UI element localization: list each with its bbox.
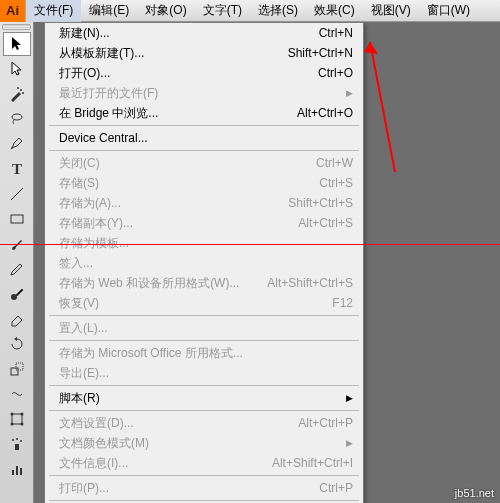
line-tool[interactable] [3,182,31,206]
svg-point-11 [21,413,24,416]
menu-separator [49,410,359,411]
menu-print: 打印(P)...Ctrl+P [45,478,363,498]
menu-save-for-web: 存储为 Web 和设备所用格式(W)...Alt+Shift+Ctrl+S [45,273,363,293]
menu-object[interactable]: 对象(O) [137,0,194,22]
magic-wand-tool[interactable] [3,82,31,106]
svg-point-15 [12,439,14,441]
menu-revert: 恢复(V)F12 [45,293,363,313]
svg-point-16 [16,438,18,440]
free-transform-tool[interactable] [3,407,31,431]
selection-tool[interactable] [3,32,31,56]
menu-scripts[interactable]: 脚本(R)▶ [45,388,363,408]
menu-file[interactable]: 文件(F) [26,0,81,22]
scale-tool[interactable] [3,357,31,381]
svg-point-13 [21,423,24,426]
pencil-tool[interactable] [3,257,31,281]
menu-new[interactable]: 新建(N)...Ctrl+N [45,23,363,43]
menu-checkin: 签入... [45,253,363,273]
paintbrush-tool[interactable] [3,232,31,256]
file-menu-dropdown: 新建(N)...Ctrl+N 从模板新建(T)...Shift+Ctrl+N 打… [44,22,364,503]
menu-new-from-template[interactable]: 从模板新建(T)...Shift+Ctrl+N [45,43,363,63]
svg-rect-5 [11,215,23,223]
svg-point-3 [12,114,22,120]
svg-point-17 [20,440,22,442]
tool-panel: T [0,22,34,503]
menu-separator [49,315,359,316]
menu-export: 导出(E)... [45,363,363,383]
menu-doc-setup: 文档设置(D)...Alt+Ctrl+P [45,413,363,433]
menu-save-office: 存储为 Microsoft Office 所用格式... [45,343,363,363]
chevron-right-icon: ▶ [346,393,353,403]
chevron-right-icon: ▶ [346,438,353,448]
svg-point-12 [11,423,14,426]
type-tool[interactable]: T [3,157,31,181]
menu-file-info: 文件信息(I)...Alt+Shift+Ctrl+I [45,453,363,473]
svg-rect-20 [20,468,22,475]
svg-rect-7 [11,368,18,375]
menu-recent: 最近打开的文件(F)▶ [45,83,363,103]
svg-rect-18 [12,470,14,475]
rotate-tool[interactable] [3,332,31,356]
menu-window[interactable]: 窗口(W) [419,0,478,22]
svg-point-0 [20,89,22,91]
menu-effect[interactable]: 效果(C) [306,0,363,22]
watermark: jb51.net [455,487,494,499]
menu-select[interactable]: 选择(S) [250,0,306,22]
lasso-tool[interactable] [3,107,31,131]
menu-close: 关闭(C)Ctrl+W [45,153,363,173]
pen-tool[interactable] [3,132,31,156]
svg-point-1 [22,92,24,94]
blob-brush-tool[interactable] [3,282,31,306]
menu-edit[interactable]: 编辑(E) [81,0,137,22]
direct-selection-tool[interactable] [3,57,31,81]
menu-save: 存储(S)Ctrl+S [45,173,363,193]
menu-view[interactable]: 视图(V) [363,0,419,22]
menubar: Ai 文件(F) 编辑(E) 对象(O) 文字(T) 选择(S) 效果(C) 视… [0,0,500,22]
symbol-sprayer-tool[interactable] [3,432,31,456]
svg-rect-8 [16,363,23,370]
menu-place: 置入(L)... [45,318,363,338]
menu-save-as: 存储为(A)...Shift+Ctrl+S [45,193,363,213]
menu-separator [49,475,359,476]
menu-browse-bridge[interactable]: 在 Bridge 中浏览...Alt+Ctrl+O [45,103,363,123]
graph-tool[interactable] [3,457,31,481]
rectangle-tool[interactable] [3,207,31,231]
svg-rect-14 [15,444,19,450]
svg-point-2 [17,87,19,89]
menu-open[interactable]: 打开(O)...Ctrl+O [45,63,363,83]
svg-point-10 [11,413,14,416]
menu-save-template: 存储为模板... [45,233,363,253]
menu-separator [49,385,359,386]
eraser-tool[interactable] [3,307,31,331]
svg-rect-9 [12,414,22,424]
app-icon: Ai [0,0,26,22]
panel-grip[interactable] [2,24,31,30]
svg-line-4 [11,188,23,200]
menu-separator [49,500,359,501]
menu-device-central[interactable]: Device Central... [45,128,363,148]
menu-color-mode: 文档颜色模式(M)▶ [45,433,363,453]
menu-separator [49,125,359,126]
svg-rect-19 [16,466,18,475]
menu-separator [49,340,359,341]
warp-tool[interactable] [3,382,31,406]
menu-separator [49,150,359,151]
menu-type[interactable]: 文字(T) [195,0,250,22]
menu-save-copy: 存储副本(Y)...Alt+Ctrl+S [45,213,363,233]
chevron-right-icon: ▶ [346,88,353,98]
